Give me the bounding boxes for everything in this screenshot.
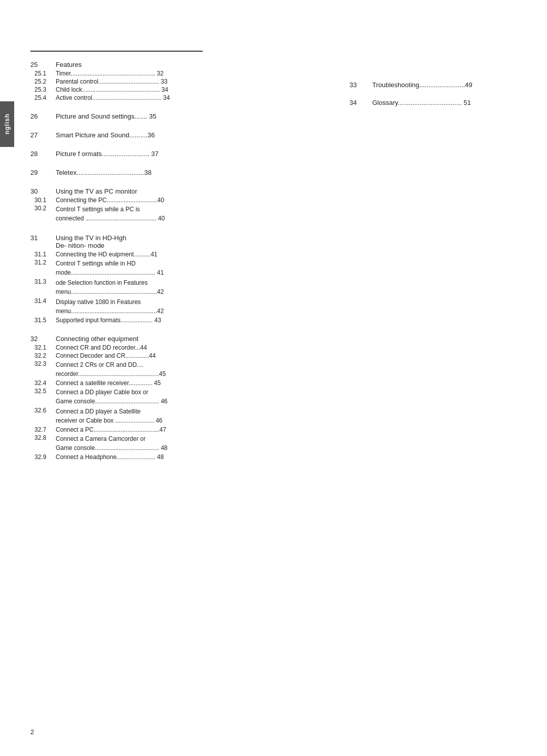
right-content: 33 Troubleshooting......................…: [349, 81, 532, 117]
toc-subtitle-30-1: Connecting the PC.......................…: [56, 197, 164, 204]
toc-sub-25-1: 25.1 Timer..............................…: [30, 70, 334, 77]
right-title-33: Troubleshooting.........................…: [372, 81, 473, 89]
toc-num-31: 31: [30, 234, 56, 242]
toc-section-32: 32 Connecting other equipment 32.1 Conne…: [30, 335, 334, 461]
toc-subtitle-32-5: Connect a DD player Cable box orGame con…: [56, 388, 168, 406]
toc-sub-25-3: 25.3 Child lock.........................…: [30, 86, 334, 93]
toc-sub-25-2: 25.2 Parental control...................…: [30, 78, 334, 85]
toc-title-32: Connecting other equipment: [56, 335, 138, 343]
toc-sub-32-1: 32.1 Connect CR and DD recorder...44: [30, 344, 334, 351]
toc-num-29: 29: [30, 169, 56, 176]
toc-sub-30-2: 30.2 Control T settings while a PC iscon…: [30, 205, 334, 223]
toc-subtitle-31-2: Control T settings while in HDmode......…: [56, 259, 164, 277]
toc-entry-32: 32 Connecting other equipment: [30, 335, 334, 343]
toc-sub-31-4: 31.4 Display native 1080 in Featuresmenu…: [30, 297, 334, 316]
right-title-34: Glossary................................…: [372, 99, 471, 106]
toc-subnum-25-4: 25.4: [30, 94, 56, 101]
right-entry-34: 34 Glossary.............................…: [349, 99, 532, 106]
toc-subtitle-32-4: Connect a satellite receiver............…: [56, 380, 161, 387]
toc-section-27: 27 Smart Picture and Sound..........36: [30, 131, 334, 139]
toc-subtitle-31-1: Connecting the HD euipment..........41: [56, 251, 158, 258]
toc-num-27: 27: [30, 131, 56, 139]
toc-subnum-25-2: 25.2: [30, 78, 56, 85]
toc-section-29: 29 Teletex..............................…: [30, 169, 334, 176]
toc-subtitle-25-2: Parental control........................…: [56, 78, 168, 85]
toc-title-26: Picture and Sound settings....... 35: [56, 112, 157, 120]
toc-subnum-31-5: 31.5: [30, 317, 56, 324]
toc-sub-32-8: 32.8 Connect a Camera Camcorder orGame c…: [30, 434, 334, 452]
toc-title-29: Teletex.................................…: [56, 169, 151, 176]
toc-subtitle-32-2: Connect Decoder and CR..............44: [56, 352, 155, 359]
toc-subnum-31-2: 31.2: [30, 259, 56, 266]
toc-sub-25-4: 25.4 Active control.....................…: [30, 94, 334, 101]
toc-subnum-32-9: 32.9: [30, 453, 56, 461]
toc-section-30: 30 Using the TV as PC monitor 30.1 Conne…: [30, 187, 334, 223]
toc-entry-27: 27 Smart Picture and Sound..........36: [30, 131, 334, 139]
toc-section-26: 26 Picture and Sound settings....... 35: [30, 112, 334, 120]
side-tab-label: nglish: [4, 114, 11, 134]
toc-sub-30-1: 30.1 Connecting the PC..................…: [30, 197, 334, 204]
toc-title-27: Smart Picture and Sound..........36: [56, 131, 155, 139]
main-content: 25 Features 25.1 Timer..................…: [30, 61, 334, 472]
toc-num-25: 25: [30, 61, 56, 68]
toc-subtitle-31-4: Display native 1080 in Featuresmenu.....…: [56, 297, 164, 316]
toc-entry-31: 31 Using the TV in HD‑HghDe‑ nition‑ mod…: [30, 234, 334, 249]
toc-subnum-25-1: 25.1: [30, 70, 56, 77]
toc-sub-31-1: 31.1 Connecting the HD euipment.........…: [30, 251, 334, 258]
page-number: 2: [30, 728, 34, 736]
toc-num-26: 26: [30, 112, 56, 120]
toc-section-31: 31 Using the TV in HD‑HghDe‑ nition‑ mod…: [30, 234, 334, 324]
toc-section-25: 25 Features 25.1 Timer..................…: [30, 61, 334, 101]
toc-subtitle-25-4: Active control..........................…: [56, 94, 170, 101]
toc-sub-32-7: 32.7 Connect a PC.......................…: [30, 426, 334, 433]
toc-subnum-32-7: 32.7: [30, 426, 56, 433]
toc-subnum-31-1: 31.1: [30, 251, 56, 258]
toc-subtitle-32-9: Connect a Headphone.....................…: [56, 453, 164, 461]
toc-subnum-32-4: 32.4: [30, 380, 56, 387]
toc-title-25: Features: [56, 61, 82, 68]
toc-sub-32-5: 32.5 Connect a DD player Cable box orGam…: [30, 388, 334, 406]
toc-subnum-32-3: 32.3: [30, 360, 56, 367]
toc-sub-32-4: 32.4 Connect a satellite receiver.......…: [30, 380, 334, 387]
toc-subtitle-31-3: ode Selection function in Featuresmenu..…: [56, 278, 164, 296]
toc-subtitle-25-3: Child lock..............................…: [56, 86, 168, 93]
toc-title-30: Using the TV as PC monitor: [56, 187, 137, 195]
toc-section-28: 28 Picture f ormats.....................…: [30, 150, 334, 158]
toc-sub-31-3: 31.3 ode Selection function in Featuresm…: [30, 278, 334, 296]
toc-sub-31-2: 31.2 Control T settings while in HDmode.…: [30, 259, 334, 277]
right-num-33: 33: [349, 81, 372, 89]
toc-num-32: 32: [30, 335, 56, 343]
toc-entry-25: 25 Features: [30, 61, 334, 68]
toc-sub-32-9: 32.9 Connect a Headphone................…: [30, 453, 334, 461]
toc-subtitle-32-8: Connect a Camera Camcorder orGame consol…: [56, 434, 168, 452]
toc-subnum-31-3: 31.3: [30, 278, 56, 285]
right-num-34: 34: [349, 99, 372, 106]
toc-subtitle-32-6: Connect a DD player a Satellitereceiver …: [56, 407, 163, 425]
side-tab: nglish: [0, 101, 14, 147]
toc-subtitle-32-3: Connect 2 CRs or CR and DD....recorder..…: [56, 360, 166, 379]
toc-subnum-31-4: 31.4: [30, 297, 56, 305]
right-entry-33: 33 Troubleshooting......................…: [349, 81, 532, 89]
toc-subtitle-32-1: Connect CR and DD recorder...44: [56, 344, 147, 351]
toc-subnum-32-1: 32.1: [30, 344, 56, 351]
toc-entry-30: 30 Using the TV as PC monitor: [30, 187, 334, 195]
toc-title-28: Picture f ormats........................…: [56, 150, 159, 158]
toc-subnum-32-8: 32.8: [30, 434, 56, 441]
toc-entry-29: 29 Teletex..............................…: [30, 169, 334, 176]
toc-num-28: 28: [30, 150, 56, 158]
toc-subnum-32-6: 32.6: [30, 407, 56, 414]
toc-subtitle-30-2: Control T settings while a PC isconnecte…: [56, 205, 165, 223]
page: nglish 25 Features 25.1 Timer...........…: [0, 0, 547, 756]
toc-subtitle-31-5: Supported input formats.................…: [56, 317, 161, 324]
toc-subtitle-25-1: Timer...................................…: [56, 70, 164, 77]
top-line: [30, 51, 203, 52]
toc-sub-32-3: 32.3 Connect 2 CRs or CR and DD....recor…: [30, 360, 334, 379]
toc-sub-32-2: 32.2 Connect Decoder and CR.............…: [30, 352, 334, 359]
toc-sub-32-6: 32.6 Connect a DD player a Satelliterece…: [30, 407, 334, 425]
toc-subtitle-32-7: Connect a PC............................…: [56, 426, 166, 433]
toc-subnum-30-2: 30.2: [30, 205, 56, 212]
toc-subnum-30-1: 30.1: [30, 197, 56, 204]
toc-subnum-32-2: 32.2: [30, 352, 56, 359]
toc-num-30: 30: [30, 187, 56, 195]
toc-entry-26: 26 Picture and Sound settings....... 35: [30, 112, 334, 120]
